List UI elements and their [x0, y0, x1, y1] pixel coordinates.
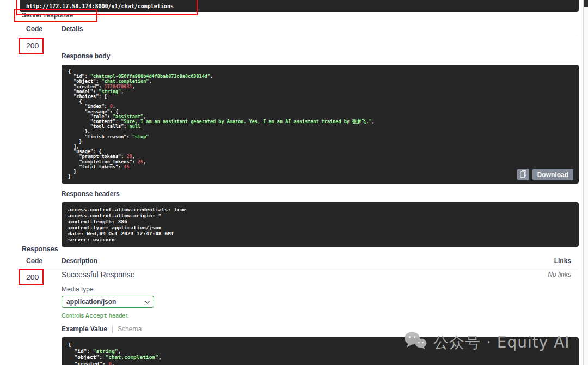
download-button[interactable]: Download: [532, 169, 573, 180]
response-body-label: Response body: [62, 52, 579, 60]
description-column-header: Description: [62, 257, 97, 265]
server-response-status-code: 200: [26, 41, 39, 50]
responses-status-code: 200: [26, 273, 39, 282]
swagger-ui-page: http://172.17.58.174:8000/v1/chat/comple…: [0, 0, 588, 365]
controls-note-suffix: header.: [107, 312, 129, 319]
response-description: Successful Response: [62, 270, 135, 279]
controls-accept-note: Controls Accept header.: [62, 312, 579, 319]
response-headers-code-block: access-control-allow-credentials: trueac…: [62, 202, 579, 247]
code-column-header: Code: [20, 25, 62, 33]
responses-details: Successful Response No links Media type …: [62, 270, 579, 365]
example-schema-tabs: Example Value Schema: [62, 325, 579, 333]
scrollbar-track[interactable]: [583, 0, 588, 365]
chevron-down-icon: [145, 299, 150, 304]
links-column-header: Links: [554, 257, 579, 265]
response-body-json: { "id": "chatcmpl-056ffa900b4d4f8bab873c…: [68, 69, 572, 179]
controls-note-header-name: Accept: [85, 312, 107, 319]
request-url: http://172.17.58.174:8000/v1/chat/comple…: [26, 3, 174, 9]
response-description-row: Successful Response No links: [62, 270, 579, 279]
links-value: No links: [548, 270, 579, 279]
media-type-select[interactable]: application/json: [62, 296, 154, 308]
tab-divider: [112, 326, 113, 333]
copy-to-clipboard-button[interactable]: [517, 169, 529, 180]
responses-table-header: Code Description Links: [20, 257, 579, 270]
server-response-details: Response body { "id": "chatcmpl-056ffa90…: [62, 34, 579, 247]
response-headers-label: Response headers: [62, 190, 579, 198]
media-type-selected-value: application/json: [66, 298, 116, 306]
responses-header-right: Description Links: [62, 257, 579, 265]
controls-note-prefix: Controls: [62, 312, 85, 319]
example-value-json: { "id": "string", "object": "chat.comple…: [68, 342, 572, 365]
response-headers-text: access-control-allow-credentials: trueac…: [68, 206, 572, 242]
tab-example-value[interactable]: Example Value: [62, 325, 107, 333]
code-actions: Download: [517, 169, 573, 180]
responses-code-column-header: Code: [20, 257, 62, 265]
details-column-header: Details: [62, 25, 579, 33]
response-body-code-block: { "id": "chatcmpl-056ffa900b4d4f8bab873c…: [62, 65, 579, 184]
example-value-code-block: { "id": "string", "object": "chat.comple…: [62, 337, 579, 365]
scrollbar-thumb[interactable]: [584, 0, 588, 7]
tab-schema[interactable]: Schema: [118, 325, 142, 333]
request-url-bar: http://172.17.58.174:8000/v1/chat/comple…: [20, 0, 579, 12]
responses-title: Responses: [22, 245, 58, 253]
clipboard-icon: [520, 170, 526, 179]
server-response-title: Server response: [22, 11, 73, 19]
media-type-label: Media type: [62, 285, 579, 293]
